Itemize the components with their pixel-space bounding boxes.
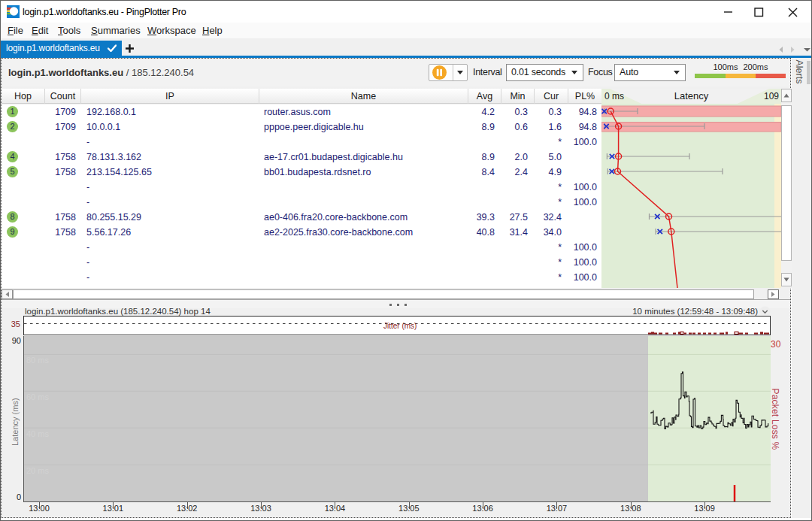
svg-text:80 ms: 80 ms xyxy=(26,356,49,365)
svg-text:Jitter (ms): Jitter (ms) xyxy=(383,322,417,330)
svg-text:40 ms: 40 ms xyxy=(26,429,49,438)
svg-text:20 ms: 20 ms xyxy=(26,466,49,475)
svg-text:60 ms: 60 ms xyxy=(26,392,49,401)
